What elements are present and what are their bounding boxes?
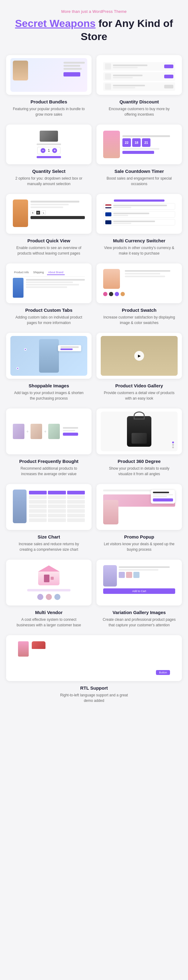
size-table-row2 [29,500,85,504]
size-cell-61 [29,518,47,522]
var-thumb3[interactable] [133,572,139,578]
hero-subtitle: More than just a WordPress Theme [6,9,182,14]
rtl-button[interactable]: Button [156,670,170,675]
mock-bundles [10,58,87,92]
size-cell-42 [48,509,66,513]
feature-desc-qty-select: 2 options for you: dropdown select box o… [12,176,85,187]
mock-freq-bought: + + [10,412,87,451]
page-wrapper: More than just a WordPress Theme Secret … [0,0,188,716]
qv-line2 [30,204,69,205]
feature-title-video: Product Video Gallery [115,383,163,388]
size-cell-43 [67,509,85,513]
swatch-dot-orange[interactable] [120,292,125,296]
shoppable-dot1[interactable] [16,367,19,370]
feature-img-countdown: 22 18 21 [96,124,182,164]
mock-rtl: Button [15,638,173,678]
qty-minus-btn[interactable]: − [41,148,46,153]
feature-title-countdown: Sale Countdown Timer [114,169,164,174]
freq-line1 [63,427,78,429]
video-play-btn[interactable]: ▶ [134,351,144,361]
size-cell-22 [48,500,66,504]
feature-title-size-chart: Size Chart [38,534,60,539]
tab-about-brand[interactable]: About Brand [47,270,65,275]
shoppable-dot2[interactable] [24,348,27,351]
freq-info [62,427,78,436]
vendor-avatar1 [37,594,43,600]
360-controls [172,442,174,448]
popup-line1 [153,494,173,495]
rtl-shoe [32,641,46,649]
variation-add-btn[interactable]: Add to Cart [103,589,175,594]
var-thumb1[interactable] [119,572,125,578]
size-header-2 [48,491,66,495]
qty-plus-btn[interactable]: + [52,148,57,153]
freq-product1 [13,424,24,439]
countdown-btn [122,151,154,154]
feature-title-quick-view: Product Quick View [27,238,71,243]
mock-multi-vendor [10,563,87,603]
feature-img-currency [96,194,182,234]
vendor-divider [27,589,71,592]
tab-shipping[interactable]: Shipping [32,270,45,275]
360-dot3 [172,446,174,448]
qv-size-s: S [30,210,35,215]
bag-body [131,433,147,444]
rtl-btn-container: Button [156,641,170,675]
qv-size-btns: S M L [30,210,85,215]
size-cell-51 [29,514,47,517]
qv-size-m: M [36,210,40,215]
feature-title-rtl: RTL Support [80,686,108,690]
feature-shoppable-images: Shoppable Images Add tags to your produc… [6,333,92,401]
feature-desc-video: Provide customers a detail view of produ… [103,390,176,401]
tab-product-info[interactable]: Product Info [13,270,30,275]
swatch-top [103,269,175,289]
mock-qty-discount [101,58,178,92]
size-cell-32 [48,504,66,508]
qty-text-line4 [113,77,133,78]
swatch-line3 [125,276,165,277]
feature-desc-multi-vendor: A cost effective system to connect busin… [12,617,85,628]
feature-desc-bundles: Featuring your popular products in bundl… [12,106,85,117]
variation-main-img [103,565,117,587]
currency-row-eur [103,211,175,218]
qty-row-3 [103,82,175,91]
swatch-dot-purple[interactable] [115,292,119,296]
size-cell-62 [48,518,66,522]
swatch-color-dots [103,292,175,296]
qv-line1 [30,201,79,202]
popup-btn[interactable] [153,498,173,501]
qty-icon-2 [105,73,111,80]
size-cell-31 [29,504,47,508]
quick-view-shirt [13,199,28,227]
feature-freq-bought: + + Product Frequently Bought Recommend … [6,409,92,477]
feature-title-shoppable: Shoppable Images [29,383,69,388]
feature-product-swatch: Product Swatch Increase customer satisfa… [96,263,182,326]
qty-text-3 [113,85,163,88]
swatch-dot-pink[interactable] [103,292,107,296]
feature-desc-currency: View products in other country's currenc… [103,245,176,256]
countdown-boxes: 22 18 21 [122,138,175,147]
freq-plus1: + [26,429,29,434]
qty-text-1 [113,65,163,68]
tabs-line1 [26,279,85,280]
size-table-row6 [29,518,85,522]
mock-swatch [101,266,178,300]
tag-line2 [60,348,73,350]
store-icon-wrapper [38,565,60,585]
tabs-line3 [26,284,79,285]
feature-title-freq: Product Frequently Bought [19,459,79,464]
currency-eur-info [113,213,173,216]
feature-img-multi-vendor [6,560,92,606]
feature-desc-quick-view: Enable customers to see an overview of p… [12,245,85,256]
size-cell-52 [48,514,66,517]
swatch-person-img [103,269,120,289]
feature-currency-switcher: Multi Currency Switcher View products in… [96,194,182,256]
feature-promo-popup: Promo Popup Let visitors know your deals… [96,484,182,552]
promo-popup-box [151,490,175,504]
feature-custom-tabs: Product Info Shipping About Brand [6,263,92,326]
variation-top [103,565,175,587]
var-thumb2[interactable] [126,572,132,578]
size-table-header [29,491,85,495]
currency-title [114,199,164,202]
swatch-dot-black[interactable] [109,292,113,296]
